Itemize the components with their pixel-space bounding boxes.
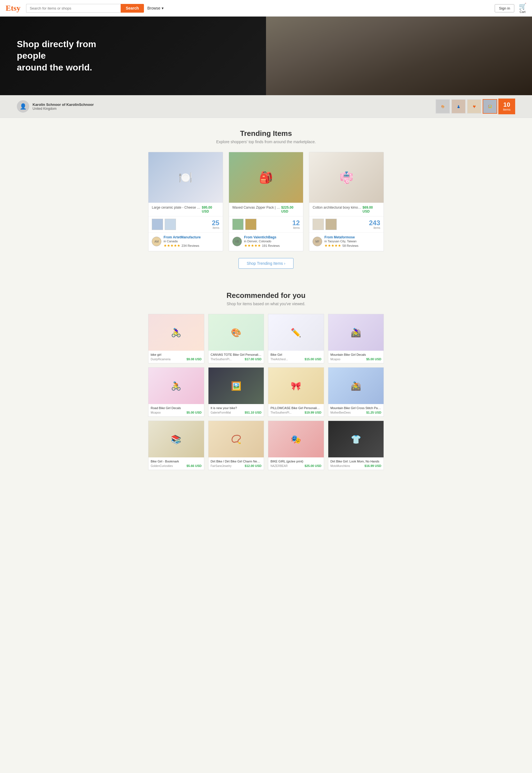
trending-card-3-reviews-row: ★★★★★ 58 Reviews: [324, 243, 358, 248]
trending-card-3-body: Cotton architectural boxy kimono... $69.…: [309, 203, 384, 216]
rec-card-0-shop: DustyRicameria: [151, 358, 171, 361]
rec-card-11[interactable]: 👕 Dirt Bike Girl: Look Mom, No Hands Mot…: [328, 421, 384, 470]
shop-trending-button[interactable]: Shop Trending Items ›: [239, 258, 293, 269]
hero-title: Shop directly from people around the wor…: [17, 38, 112, 74]
rec-card-6-price: $19.99 USD: [305, 411, 322, 414]
browse-chevron-icon: ▾: [162, 6, 164, 10]
rec-card-11-row: MotoMunchkins $16.99 USD: [331, 464, 382, 468]
header: Etsy Search Browse ▾ Sign in 🛒 Cart: [0, 0, 532, 17]
hero-banner: Shop directly from people around the wor…: [0, 17, 532, 95]
trending-card-1-title-row: Large ceramic plate - Cheese cer... $95.…: [152, 205, 219, 213]
trending-title: Trending Items: [148, 129, 384, 138]
hero-thumb-1[interactable]: 🎨: [435, 99, 450, 114]
trending-card-1[interactable]: 🍽️ Large ceramic plate - Cheese cer... $…: [148, 152, 223, 251]
rec-card-7-body: Mountain Bike Girl Cross Stitch Pattern …: [328, 404, 384, 417]
rec-card-9[interactable]: 📿 Dirt Bike / Dirt Bike Girl Charm Neckl…: [208, 421, 264, 470]
rec-card-11-price: $16.99 USD: [364, 464, 381, 468]
rec-card-2[interactable]: ✏️ Bike Girl TheArtcheol... $15.00 USD: [268, 314, 324, 363]
rec-card-3-shop: Mcapoo: [331, 358, 341, 361]
header-right: Sign in 🛒 Cart: [495, 3, 526, 13]
trending-card-3-seller-name: From Metaformose: [324, 235, 358, 239]
rec-card-10[interactable]: 🎭 BIKE GIRL (giclee print) NAZERBEAR $25…: [268, 421, 324, 470]
rec-card-7[interactable]: 🚵 Mountain Bike Girl Cross Stitch Patter…: [328, 367, 384, 417]
sign-in-button[interactable]: Sign in: [495, 4, 514, 12]
trending-card-2-image: 🎒: [229, 152, 303, 203]
rec-card-7-image: 🚵: [328, 367, 384, 404]
search-input[interactable]: [26, 4, 121, 13]
trending-card-2-reviews-row: ★★★★★ 191 Reviews: [244, 243, 280, 248]
hero-thumb-3[interactable]: 🦊: [467, 99, 481, 114]
trending-card-1-count-label: items: [212, 226, 219, 229]
trending-card-2-count-wrap: 12 items: [292, 219, 300, 229]
trending-card-2-count: 12: [292, 219, 300, 226]
rec-card-4-body: Road Bike Girl Decals Mcapoo $5.00 USD: [148, 404, 204, 417]
cart-label: Cart: [520, 10, 526, 13]
rec-card-5[interactable]: 🖼️ It is new your bike? GalerieFormMat $…: [208, 367, 264, 417]
rec-card-7-title: Mountain Bike Girl Cross Stitch Pattern: [331, 406, 382, 410]
rec-card-7-shop: MotherBeeDees: [331, 411, 351, 414]
rec-card-11-body: Dirt Bike Girl: Look Mom, No Hands MotoM…: [328, 458, 384, 470]
rec-card-11-shop: MotoMunchkins: [331, 465, 350, 468]
rec-card-6-image: 🎀: [268, 367, 324, 404]
rec-card-4[interactable]: 🚴 Road Bike Girl Decals Mcapoo $5.00 USD: [148, 367, 204, 417]
trending-card-1-stars: ★★★★★: [164, 243, 180, 248]
rec-card-3[interactable]: 🚵‍♀️ Mountain Bike Girl Decals Mcapoo $5…: [328, 314, 384, 363]
hero-thumb-4[interactable]: 🖼️: [483, 99, 497, 114]
trending-card-3[interactable]: 👘 Cotton architectural boxy kimono... $6…: [309, 152, 384, 251]
hero-footer-bar: 👤 Karolin Schnoor of KarolinSchnoor Unit…: [0, 95, 532, 118]
trending-card-1-seller-location: in Canada: [164, 239, 201, 243]
cart-button[interactable]: 🛒 Cart: [519, 3, 526, 13]
etsy-logo[interactable]: Etsy: [6, 4, 20, 13]
trending-card-1-thumbs: 25 items: [148, 216, 223, 232]
trending-subtitle: Explore shoppers' top finds from around …: [148, 139, 384, 144]
hero-craft-image: [266, 17, 532, 95]
rec-card-4-title: Road Bike Girl Decals: [151, 406, 202, 410]
trending-card-1-title: Large ceramic plate - Cheese cer...: [152, 205, 202, 209]
trending-card-2-thumb-2[interactable]: [245, 219, 256, 230]
trending-card-2-stars: ★★★★★: [244, 243, 261, 248]
rec-card-5-price: $51.10 USD: [245, 411, 262, 414]
trending-card-3-thumb-2[interactable]: [325, 219, 337, 230]
rec-card-9-row: FairSaneJewelry $12.00 USD: [211, 464, 262, 468]
trending-card-2[interactable]: 🎒 Waxed Canvas Zipper Pack | Cho... $225…: [229, 152, 304, 251]
rec-card-8-image: 📚: [148, 421, 204, 458]
rec-card-4-image: 🚴: [148, 367, 204, 404]
trending-card-2-thumb-1[interactable]: [232, 219, 244, 230]
rec-card-6[interactable]: 🎀 PILLOWCASE Bike Girl Personalized... T…: [268, 367, 324, 417]
trending-card-1-image: 🍽️: [148, 152, 223, 203]
rec-card-9-title: Dirt Bike / Dirt Bike Girl Charm Neckla.…: [211, 460, 262, 463]
browse-button[interactable]: Browse ▾: [147, 6, 164, 10]
hero-seller-info: 👤 Karolin Schnoor of KarolinSchnoor Unit…: [17, 100, 94, 113]
rec-card-1-shop: TheSouthernPl...: [211, 358, 232, 361]
rec-card-8[interactable]: 📚 Bike Girl - Bookmark GoldenCuriosities…: [148, 421, 204, 470]
trending-card-2-count-label: items: [292, 226, 300, 229]
hero-item-count-number: 10: [503, 102, 510, 108]
trending-card-1-reviews: 234 Reviews: [182, 244, 199, 247]
rec-card-8-row: GoldenCuriosities $5.66 USD: [151, 464, 202, 468]
rec-card-5-image: 🖼️: [208, 367, 264, 404]
rec-card-0-row: DustyRicameria $9.08 USD: [151, 357, 202, 361]
trending-section: Trending Items Explore shoppers' top fin…: [131, 118, 401, 280]
rec-card-2-image: ✏️: [268, 314, 324, 351]
rec-card-11-image: 👕: [328, 421, 384, 458]
trending-card-3-count: 243: [369, 219, 380, 226]
trending-card-1-price: $95.00 USD: [202, 205, 219, 213]
hero-thumb-2[interactable]: 👗: [451, 99, 466, 114]
rec-card-0[interactable]: 🚴‍♀️ bike girl DustyRicameria $9.08 USD: [148, 314, 204, 363]
trending-card-1-thumb-2[interactable]: [165, 219, 176, 230]
rec-card-3-image: 🚵‍♀️: [328, 314, 384, 351]
hero-item-count-box[interactable]: 10 items: [498, 99, 515, 114]
rec-card-10-body: BIKE GIRL (giclee print) NAZERBEAR $25.0…: [268, 458, 324, 470]
search-button[interactable]: Search: [121, 4, 144, 13]
trending-card-3-price: $69.00 USD: [363, 205, 380, 213]
trending-card-3-seller-avatar: MF: [313, 237, 322, 246]
hero-content: Shop directly from people around the wor…: [0, 30, 129, 82]
rec-card-10-row: NAZERBEAR $25.00 USD: [270, 464, 322, 468]
trending-card-3-count-wrap: 243 items: [369, 219, 380, 229]
rec-card-1[interactable]: 🎨 CANVAS TOTE Bike Girl Personalized... …: [208, 314, 264, 363]
trending-card-1-thumb-1[interactable]: [152, 219, 163, 230]
trending-card-2-seller-info: From ValentichBags in Denver, Colorado ★…: [244, 235, 280, 248]
trending-card-1-seller-name: From ArtetManufacture: [164, 235, 201, 239]
trending-card-1-body: Large ceramic plate - Cheese cer... $95.…: [148, 203, 223, 216]
trending-card-3-thumb-1[interactable]: [313, 219, 324, 230]
